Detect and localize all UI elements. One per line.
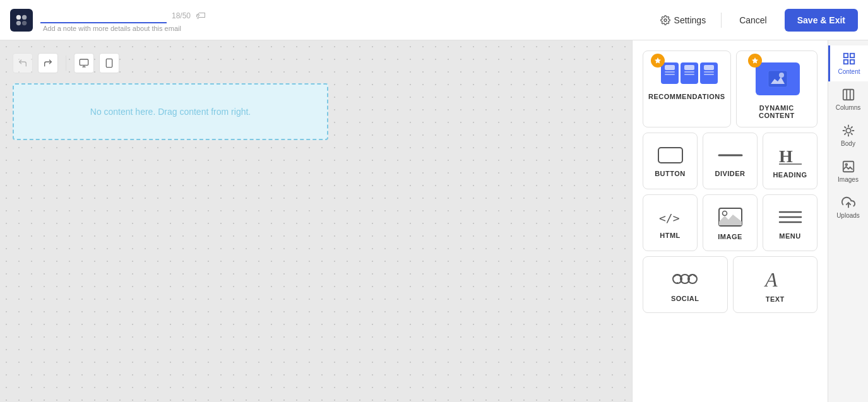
topbar-divider bbox=[721, 13, 722, 28]
svg-point-35 bbox=[846, 128, 850, 133]
sidebar-icons: Content Columns Body bbox=[828, 40, 868, 402]
button-block[interactable]: BUTTON bbox=[643, 133, 698, 189]
divider-label: DIVIDER bbox=[715, 170, 745, 177]
featured-blocks-row: RECOMMENDATIONS bbox=[643, 50, 817, 127]
tag-icon[interactable]: 🏷 bbox=[196, 10, 206, 21]
svg-rect-36 bbox=[843, 162, 853, 172]
heading-block[interactable]: H HEADING bbox=[763, 133, 817, 189]
sidebar-images-label: Images bbox=[838, 176, 859, 183]
title-subtitle: Add a note with more details about this … bbox=[40, 25, 206, 32]
redo-button[interactable] bbox=[38, 53, 58, 73]
sidebar-content-label: Content bbox=[838, 68, 860, 75]
svg-rect-29 bbox=[850, 54, 854, 57]
topbar: Holiday Newsletter 18/50 🏷 Add a note wi… bbox=[0, 0, 868, 40]
right-panel: RECOMMENDATIONS bbox=[632, 40, 868, 402]
button-label: BUTTON bbox=[655, 170, 686, 177]
recommendations-badge bbox=[651, 54, 665, 68]
undo-button[interactable] bbox=[13, 53, 33, 73]
topbar-right: Settings Cancel Save & Exit bbox=[653, 9, 858, 32]
main-layout: No content here. Drag content from right… bbox=[0, 40, 868, 402]
svg-point-0 bbox=[16, 15, 21, 19]
svg-point-2 bbox=[16, 20, 21, 25]
normal-blocks-grid: BUTTON DIVIDER H HEADING bbox=[643, 133, 817, 251]
sidebar-item-images[interactable]: Images bbox=[828, 153, 868, 189]
char-count: 18/50 bbox=[172, 11, 191, 20]
sidebar-item-body[interactable]: Body bbox=[828, 117, 868, 153]
title-input[interactable]: Holiday Newsletter bbox=[40, 8, 167, 23]
svg-rect-31 bbox=[850, 60, 854, 64]
svg-rect-5 bbox=[80, 59, 88, 65]
svg-text:H: H bbox=[779, 146, 793, 165]
cancel-button[interactable]: Cancel bbox=[729, 10, 777, 30]
bottom-blocks-row: SOCIAL A TEXT bbox=[643, 256, 817, 313]
save-exit-button[interactable]: Save & Exit bbox=[785, 9, 858, 32]
html-label: HTML bbox=[660, 232, 681, 239]
svg-point-4 bbox=[664, 19, 667, 21]
html-block[interactable]: </> HTML bbox=[643, 194, 698, 251]
images-icon bbox=[841, 160, 855, 174]
menu-label: MENU bbox=[779, 232, 800, 240]
svg-text:</>: </> bbox=[659, 211, 680, 225]
divider-icon bbox=[718, 147, 743, 163]
content-panel: RECOMMENDATIONS bbox=[632, 40, 828, 402]
email-canvas[interactable]: No content here. Drag content from right… bbox=[13, 83, 328, 140]
sidebar-item-content[interactable]: Content bbox=[828, 45, 868, 81]
svg-rect-10 bbox=[768, 71, 787, 87]
body-icon bbox=[841, 124, 855, 138]
sidebar-body-label: Body bbox=[841, 140, 855, 147]
image-block[interactable]: IMAGE bbox=[703, 194, 758, 251]
canvas-area: No content here. Drag content from right… bbox=[0, 40, 632, 402]
dynamic-content-block[interactable]: DYNAMIC CONTENT bbox=[736, 50, 817, 127]
columns-icon bbox=[841, 88, 855, 102]
text-label: TEXT bbox=[766, 295, 785, 303]
uploads-icon bbox=[841, 196, 855, 210]
menu-block[interactable]: MENU bbox=[763, 194, 817, 251]
desktop-view-button[interactable] bbox=[74, 53, 94, 73]
svg-point-3 bbox=[22, 20, 27, 25]
image-label: IMAGE bbox=[718, 233, 742, 240]
recommendations-label: RECOMMENDATIONS bbox=[648, 93, 725, 100]
social-block[interactable]: SOCIAL bbox=[643, 256, 728, 313]
sidebar-item-columns[interactable]: Columns bbox=[828, 81, 868, 117]
svg-point-18 bbox=[722, 211, 727, 216]
svg-point-11 bbox=[779, 73, 784, 78]
empty-canvas-message: No content here. Drag content from right… bbox=[90, 107, 251, 117]
svg-text:A: A bbox=[764, 269, 778, 289]
settings-label: Settings bbox=[674, 15, 706, 25]
sidebar-uploads-label: Uploads bbox=[836, 212, 860, 219]
recommendations-block[interactable]: RECOMMENDATIONS bbox=[643, 50, 731, 127]
social-icon bbox=[671, 269, 699, 288]
sidebar-columns-label: Columns bbox=[836, 104, 860, 111]
image-icon bbox=[718, 208, 742, 227]
content-icon bbox=[842, 52, 856, 66]
mobile-view-button[interactable] bbox=[99, 53, 119, 73]
dynamic-content-label: DYNAMIC CONTENT bbox=[742, 104, 812, 119]
button-icon bbox=[658, 147, 683, 163]
social-label: SOCIAL bbox=[671, 295, 699, 302]
heading-icon: H bbox=[779, 146, 802, 165]
text-block[interactable]: A TEXT bbox=[733, 256, 818, 313]
menu-icon bbox=[778, 208, 802, 226]
heading-label: HEADING bbox=[773, 171, 807, 179]
toolbar-sep-1 bbox=[66, 56, 66, 71]
text-icon: A bbox=[764, 269, 787, 289]
title-area: Holiday Newsletter 18/50 🏷 Add a note wi… bbox=[40, 8, 206, 32]
canvas-toolbar bbox=[13, 53, 619, 73]
svg-point-1 bbox=[22, 15, 27, 19]
svg-rect-30 bbox=[844, 60, 848, 64]
sidebar-item-uploads[interactable]: Uploads bbox=[828, 189, 868, 225]
svg-rect-32 bbox=[843, 90, 853, 100]
topbar-left: Holiday Newsletter 18/50 🏷 Add a note wi… bbox=[10, 8, 206, 32]
svg-rect-12 bbox=[658, 148, 682, 163]
svg-rect-28 bbox=[844, 54, 848, 57]
app-logo[interactable] bbox=[10, 9, 33, 32]
html-icon: </> bbox=[658, 209, 683, 225]
svg-point-37 bbox=[845, 163, 847, 165]
settings-button[interactable]: Settings bbox=[653, 10, 714, 30]
divider-block[interactable]: DIVIDER bbox=[703, 133, 758, 189]
